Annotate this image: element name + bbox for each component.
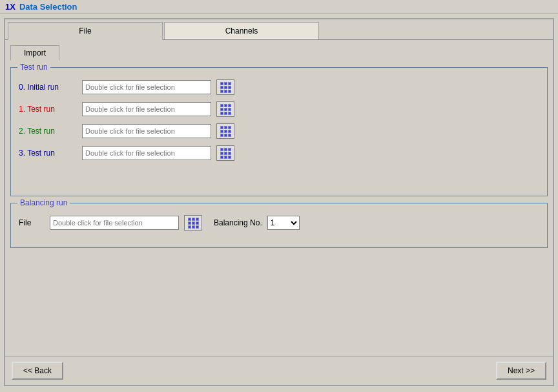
run-label-0: 0. Initial run <box>19 83 77 92</box>
next-button[interactable]: Next >> <box>496 362 546 380</box>
file-input-1[interactable] <box>82 102 211 116</box>
grid-button-2[interactable] <box>216 123 234 139</box>
page-title: Data Selection <box>19 2 78 12</box>
sub-tab-import[interactable]: Import <box>10 45 59 61</box>
grid-icon-1 <box>220 104 231 115</box>
test-run-row-1: 1. Test run <box>19 101 539 117</box>
file-input-0[interactable] <box>82 80 211 94</box>
test-run-legend: Test run <box>17 63 50 72</box>
sub-tabs-row: Import <box>10 45 548 61</box>
title-prefix: 1X <box>5 2 16 12</box>
file-input-3[interactable] <box>82 146 211 160</box>
balancing-run-fieldset: Balancing run File Balancing No. 1 <box>10 203 548 248</box>
panels-area: Test run 0. Initial run <box>10 67 548 351</box>
balancing-content: File Balancing No. 1 2 3 <box>19 215 539 231</box>
test-run-row-3: 3. Test run <box>19 145 539 161</box>
run-label-2: 2. Test run <box>19 127 77 136</box>
tab-channels[interactable]: Channels <box>164 22 319 39</box>
grid-button-0[interactable] <box>216 79 234 95</box>
balancing-run-legend: Balancing run <box>17 198 70 207</box>
back-button[interactable]: << Back <box>12 362 63 380</box>
grid-button-1[interactable] <box>216 101 234 117</box>
test-run-row-0: 0. Initial run <box>19 79 539 95</box>
balancing-grid-icon <box>188 218 199 229</box>
run-label-3: 3. Test run <box>19 149 77 158</box>
grid-icon-0 <box>220 82 231 93</box>
run-label-1: 1. Test run <box>19 105 77 114</box>
grid-icon-2 <box>220 126 231 137</box>
bottom-bar: << Back Next >> <box>5 356 553 385</box>
test-run-content: 0. Initial run 1. Test run <box>19 79 539 161</box>
balancing-no-label: Balancing No. <box>214 218 262 227</box>
tabs-row: File Channels <box>5 19 553 40</box>
tab-file[interactable]: File <box>8 22 163 40</box>
balancing-file-input[interactable] <box>50 216 179 230</box>
file-input-2[interactable] <box>82 124 211 138</box>
main-container: File Channels Import Test run 0. Initial… <box>4 18 554 386</box>
balancing-no-select[interactable]: 1 2 3 <box>267 216 300 230</box>
title-bar: 1X Data Selection <box>0 0 558 14</box>
grid-button-3[interactable] <box>216 145 234 161</box>
balancing-grid-button[interactable] <box>184 215 202 231</box>
test-run-row-2: 2. Test run <box>19 123 539 139</box>
balancing-file-label: File <box>19 218 45 227</box>
test-run-fieldset: Test run 0. Initial run <box>10 67 548 196</box>
grid-icon-3 <box>220 148 231 159</box>
content-area: Import Test run 0. Initial run <box>5 40 553 356</box>
